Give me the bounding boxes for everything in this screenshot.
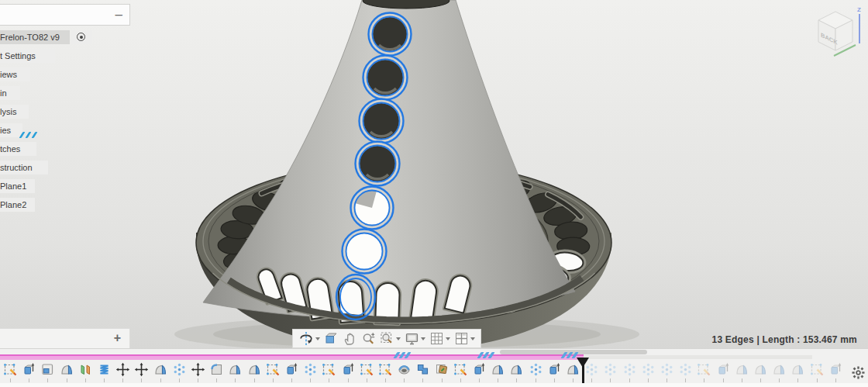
nav-look-at-button[interactable] <box>322 330 340 347</box>
timeline-feature-circular-pattern-icon[interactable] <box>303 362 318 377</box>
collapse-panel-button[interactable]: – <box>115 6 122 23</box>
timeline-tick <box>648 378 649 382</box>
timeline-feature-extrude-icon[interactable] <box>22 362 36 377</box>
timeline-feature-mirror-icon[interactable] <box>78 362 93 377</box>
timeline-feature-revolve-icon[interactable] <box>228 362 243 377</box>
timeline-feature-box-icon[interactable] <box>40 362 55 377</box>
timeline-tick <box>610 378 611 382</box>
timeline-tick <box>723 378 724 382</box>
timeline-feature-extrude-icon[interactable] <box>716 362 731 377</box>
timeline-feature-sketch-icon[interactable] <box>322 362 336 377</box>
nav-display-settings-button[interactable] <box>403 330 427 347</box>
timeline-scrubber-track <box>584 355 812 359</box>
timeline-feature-sketch-icon[interactable] <box>360 362 374 377</box>
fusion360-window: – Frelon-TO82 v9 t Settingsiewsinlysisie… <box>0 0 868 387</box>
timeline-tick <box>498 378 498 382</box>
component-activate-chip <box>71 30 92 44</box>
timeline-feature-revolve-icon[interactable] <box>491 362 505 377</box>
timeline-feature-revolve-icon[interactable] <box>153 362 168 377</box>
timeline-feature-sketch-icon[interactable] <box>378 362 393 377</box>
timeline-feature-circular-pattern-icon[interactable] <box>641 362 656 377</box>
timeline-tick <box>817 378 818 382</box>
model-render <box>0 0 868 349</box>
timeline-feature-revolve-icon[interactable] <box>60 362 74 377</box>
timeline-feature-circular-pattern-icon[interactable] <box>172 362 187 377</box>
timeline-feature-sweep-icon[interactable] <box>397 362 412 377</box>
timeline-feature-extrude-icon[interactable] <box>547 362 562 377</box>
browser-item-document[interactable]: Frelon-TO82 v9 <box>0 30 70 44</box>
timeline-feature-extrude-icon[interactable] <box>472 362 487 377</box>
browser-item-ies[interactable]: ies <box>0 123 22 137</box>
timeline-feature-extrude-icon[interactable] <box>341 362 356 377</box>
chevron-down-icon[interactable] <box>315 337 320 340</box>
timeline-feature-move-icon[interactable] <box>134 362 149 377</box>
timeline-tick <box>216 378 217 382</box>
activate-radio-icon[interactable] <box>77 33 85 41</box>
chevron-down-icon[interactable] <box>396 337 401 340</box>
timeline-feature-fillet-icon[interactable] <box>209 362 224 377</box>
timeline-tick <box>329 378 329 382</box>
timeline-feature-move-icon[interactable] <box>191 362 205 377</box>
timeline-feature-extrude-icon[interactable] <box>828 362 843 377</box>
timeline-feature-canvas-icon[interactable] <box>435 362 450 377</box>
chevron-down-icon[interactable] <box>446 337 450 340</box>
nav-viewports-button[interactable] <box>453 330 477 347</box>
timeline-feature-revolve-icon[interactable] <box>790 362 805 377</box>
timeline-feature-revolve-icon[interactable] <box>509 362 524 377</box>
timeline-feature-sketch-icon[interactable] <box>697 362 711 377</box>
timeline-tick <box>67 378 67 382</box>
timeline-settings-gear-icon[interactable] <box>851 365 866 380</box>
timeline-feature-circular-pattern-icon[interactable] <box>660 362 674 377</box>
timeline-tick <box>460 378 461 382</box>
timeline-feature-circular-pattern-icon[interactable] <box>603 362 618 377</box>
timeline-feature-revolve-icon[interactable] <box>753 362 768 377</box>
browser-item-iews[interactable]: iews <box>0 67 30 81</box>
timeline-feature-circular-pattern-icon[interactable] <box>529 362 543 377</box>
browser-item-plane2[interactable]: Plane2 <box>0 198 35 212</box>
timeline-tick <box>422 378 423 382</box>
timeline-feature-revolve-icon[interactable] <box>735 362 749 377</box>
bottom-left-panel: + <box>0 328 130 349</box>
timeline-marker[interactable] <box>577 358 589 368</box>
timeline-feature-circular-pattern-icon[interactable] <box>622 362 637 377</box>
nav-orbit-button[interactable] <box>297 330 322 347</box>
timeline-feature-combine-icon[interactable] <box>415 362 430 377</box>
timeline-tick <box>367 378 367 382</box>
viewport-canvas[interactable] <box>0 0 868 349</box>
timeline-tick <box>141 378 142 382</box>
nav-layout-grid-button[interactable] <box>428 330 452 347</box>
timeline-bottom-strip <box>0 383 868 387</box>
timeline-tick <box>704 378 704 382</box>
timeline-feature-revolve-icon[interactable] <box>247 362 262 377</box>
nav-zoom-button[interactable] <box>360 330 377 347</box>
timeline-feature-sketch-icon[interactable] <box>453 362 468 377</box>
timeline-feature-circular-pattern-icon[interactable] <box>678 362 693 377</box>
browser-item-t-settings[interactable]: t Settings <box>0 49 55 63</box>
timeline-tick <box>29 378 29 382</box>
browser-item-tches[interactable]: tches <box>0 142 36 156</box>
timeline-tick <box>291 378 292 382</box>
timeline-feature-extrude-icon[interactable] <box>284 362 299 377</box>
viewcube[interactable]: BACK Z <box>811 3 866 60</box>
timeline-tick <box>47 378 48 382</box>
timeline-feature-move-icon[interactable] <box>115 362 130 377</box>
timeline-feature-coil-icon[interactable] <box>97 362 112 377</box>
timeline-tick <box>85 378 86 382</box>
timeline-feature-sketch-icon[interactable] <box>266 362 281 377</box>
expand-panel-button[interactable]: + <box>114 331 121 345</box>
nav-fit-button[interactable] <box>378 330 402 347</box>
browser-item-plane1[interactable]: Plane1 <box>0 179 35 193</box>
bodies-selection-marks <box>21 132 52 140</box>
nav-pan-button[interactable] <box>341 330 359 347</box>
chevron-down-icon[interactable] <box>470 337 475 340</box>
viewcube-z-axis-label: Z <box>857 6 861 13</box>
timeline-feature-revolve-icon[interactable] <box>772 362 787 377</box>
timeline-tick <box>779 378 780 382</box>
browser-item-in[interactable]: in <box>0 86 20 100</box>
browser-item-struction[interactable]: struction <box>0 161 48 174</box>
timeline-feature-sketch-icon[interactable] <box>3 362 18 377</box>
browser-item-lysis[interactable]: lysis <box>0 105 29 119</box>
timeline-tick <box>742 378 742 382</box>
timeline-feature-sketch-icon[interactable] <box>810 362 825 377</box>
chevron-down-icon[interactable] <box>421 337 425 340</box>
